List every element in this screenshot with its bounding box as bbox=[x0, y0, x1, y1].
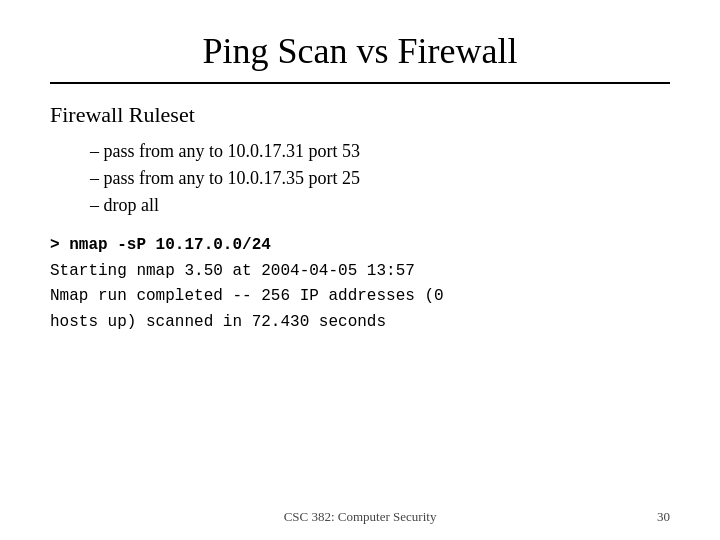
rule-3: – drop all bbox=[90, 192, 670, 219]
rule-2: – pass from any to 10.0.17.35 port 25 bbox=[90, 165, 670, 192]
code-block: > nmap -sP 10.17.0.0/24 Starting nmap 3.… bbox=[50, 233, 670, 335]
slide-title: Ping Scan vs Firewall bbox=[50, 30, 670, 72]
footer: CSC 382: Computer Security 30 bbox=[0, 509, 720, 525]
title-divider bbox=[50, 82, 670, 84]
ruleset-list: – pass from any to 10.0.17.31 port 53 – … bbox=[90, 138, 670, 219]
footer-course: CSC 382: Computer Security bbox=[0, 509, 720, 525]
code-command: > nmap -sP 10.17.0.0/24 bbox=[50, 233, 670, 259]
code-line3: hosts up) scanned in 72.430 seconds bbox=[50, 310, 670, 336]
rule-1: – pass from any to 10.0.17.31 port 53 bbox=[90, 138, 670, 165]
footer-page: 30 bbox=[657, 509, 670, 525]
code-line2: Nmap run completed -- 256 IP addresses (… bbox=[50, 284, 670, 310]
section-heading: Firewall Ruleset bbox=[50, 102, 670, 128]
code-line1: Starting nmap 3.50 at 2004-04-05 13:57 bbox=[50, 259, 670, 285]
slide: Ping Scan vs Firewall Firewall Ruleset –… bbox=[0, 0, 720, 540]
